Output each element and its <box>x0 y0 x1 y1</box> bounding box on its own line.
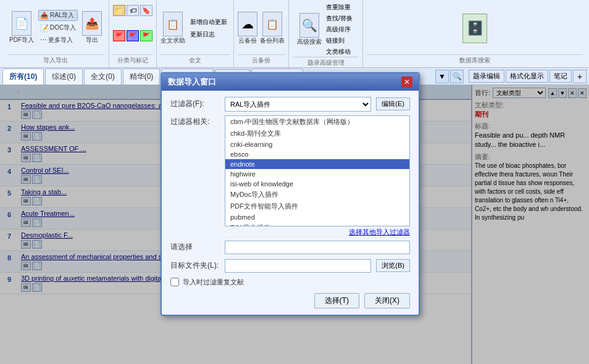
db-group-label: 数据库搜索 <box>367 54 583 65</box>
export-label: 导出 <box>86 36 98 44</box>
ral-import-button[interactable]: 📥 RAL导入 <box>38 10 78 21</box>
ral-import-label: RAL导入 <box>50 11 74 20</box>
doc-import-label: DOC导入 <box>50 23 76 32</box>
fulltext-group-label: 全文 <box>161 54 230 65</box>
dropdown-item-pubmed[interactable]: pubmed <box>225 212 409 222</box>
tab-refined[interactable]: 精华(0) <box>123 68 161 85</box>
please-select-label: 请选择 <box>170 242 220 252</box>
dedup-checkbox-label: 导入时过滤重复文献 <box>183 278 244 287</box>
more-import-label: 更多导入 <box>48 36 73 44</box>
dropdown-item-chkd[interactable]: chkd-期刊全文库 <box>225 128 409 139</box>
dialog-buttons-row: 选择(T) 关闭(X) <box>170 293 410 308</box>
filter-dropdown: cbm-中国生物医学文献数据库（网络版） chkd-期刊全文库 cnki-ele… <box>225 115 410 226</box>
find-replace-button[interactable]: 查找/替换 <box>324 14 354 23</box>
toolbar-group-db: 🗄️ 数据库搜索 <box>363 0 587 67</box>
fulltext-assist-label: 全文求助 <box>161 36 185 45</box>
category-group-label: 分类与标记 <box>113 54 152 65</box>
flag-red[interactable]: 🚩 <box>113 30 125 41</box>
dropdown-item-cbm[interactable]: cbm-中国生物医学文献数据库（网络版） <box>225 116 409 128</box>
filter-related-row: 过滤器相关: cbm-中国生物医学文献数据库（网络版） chkd-期刊全文库 c… <box>170 115 410 226</box>
checkbox-row: 导入时过滤重复文献 <box>170 278 410 287</box>
add-tab-btn[interactable]: + <box>573 70 587 83</box>
fulltext-assist-button[interactable]: 📋 全文求助 <box>161 12 185 45</box>
filter-row: 过滤器(F): RAL导入插件 编辑(E) <box>170 97 410 112</box>
category-icon-2[interactable]: 🏷 <box>127 5 139 16</box>
dialog-close-button[interactable]: ✕ <box>401 77 412 88</box>
import-export-group-label: 导入导出 <box>7 54 104 65</box>
select-other-link[interactable]: 选择其他导入过滤器 <box>349 228 410 236</box>
filter-icon[interactable]: ▼ <box>435 70 449 83</box>
backup-list-button[interactable]: 📋 备份列表 <box>260 12 285 45</box>
dialog-body: 过滤器(F): RAL导入插件 编辑(E) 过滤器相关: cbm-中国生物医学文… <box>162 91 419 315</box>
advanced-group-label: 题录高级管理 <box>293 57 359 67</box>
advanced-sort-button[interactable]: 高级排序 <box>324 25 354 35</box>
dropdown-item-cnki[interactable]: cnki-elearning <box>225 139 409 149</box>
dropdown-item-ebsco[interactable]: ebsco <box>225 149 409 159</box>
flag-blue[interactable]: 🚩 <box>127 30 139 41</box>
choose-button[interactable]: 选择(T) <box>314 293 359 308</box>
dropdown-item-endnote[interactable]: endnote <box>225 159 409 169</box>
filter-label: 过滤器(F): <box>170 99 220 109</box>
record-edit-btn[interactable]: 题录编辑 <box>469 70 504 83</box>
pdf-import-label: PDF导入 <box>9 36 34 44</box>
import-dialog: 数据导入窗口 ✕ 过滤器(F): RAL导入插件 编辑(E) 过滤器相关: <box>161 72 420 316</box>
toolbar-group-advanced: 🔍 高级搜索 查重除重 查找/替换 高级排序 链接到 文类移动 题录高级管理 <box>289 0 363 67</box>
category-icon-1[interactable]: 📁 <box>113 5 125 16</box>
dedup-checkbox[interactable] <box>170 278 179 286</box>
cloud-backup-button[interactable]: ☁ 云备份 <box>238 12 257 45</box>
toolbar-group-category: 📁 🏷 🔖 🚩 🚩 🚩 分类与标记 <box>109 0 157 67</box>
file-folder-row: 目标文件夹(L): 浏览(B) <box>170 259 410 273</box>
edit-button[interactable]: 编辑(E) <box>376 97 410 110</box>
tab-summary[interactable]: 综述(0) <box>45 68 83 85</box>
link-to-button[interactable]: 链接到 <box>324 36 354 46</box>
please-select-row: 请选择 <box>170 241 410 254</box>
update-log-label: 更新日志 <box>190 31 215 38</box>
file-input[interactable] <box>225 259 371 273</box>
toolbar-group-import: 📄 PDF导入 📥 RAL导入 📝 DOC导入 ⋯ 更多导入 📤 <box>2 0 109 67</box>
dialog-overlay: 数据导入窗口 ✕ 过滤器(F): RAL导入插件 编辑(E) 过滤器相关: <box>0 85 589 364</box>
filter-related-label: 过滤器相关: <box>170 115 220 127</box>
toolbar-group-fulltext: 📋 全文求助 新增自动更新 更新日志 全文 <box>157 0 234 67</box>
tab-fulltext[interactable]: 全文(0) <box>84 68 122 85</box>
backup-list-label: 备份列表 <box>260 36 285 45</box>
dropdown-item-highwire[interactable]: highwire <box>225 169 409 179</box>
update-log-button[interactable]: 更新日志 <box>188 29 230 40</box>
search-icon[interactable]: 🔍 <box>450 70 464 83</box>
cloud-backup-label: 云备份 <box>238 36 257 45</box>
file-move-button[interactable]: 文类移动 <box>324 47 354 57</box>
toolbar-group-cloud: ☁ 云备份 📋 备份列表 云备份 <box>234 0 289 67</box>
export-button[interactable]: 📤 导出 <box>80 9 104 46</box>
dropdown-item-pdf[interactable]: PDF文件智能导入插件 <box>225 201 409 212</box>
browse-button[interactable]: 浏览(B) <box>376 259 410 272</box>
flag-green[interactable]: 🚩 <box>140 30 152 41</box>
format-display-btn[interactable]: 格式化显示 <box>506 70 548 83</box>
advanced-search-label: 高级搜索 <box>297 38 322 46</box>
auto-update-button[interactable]: 新增自动更新 <box>188 17 230 28</box>
please-select-input[interactable] <box>225 241 410 254</box>
doc-import-button[interactable]: 📝 DOC导入 <box>38 22 78 33</box>
tab-all[interactable]: 所有(10) <box>2 68 44 85</box>
toolbar: 📄 PDF导入 📥 RAL导入 📝 DOC导入 ⋯ 更多导入 📤 <box>0 0 589 68</box>
pdf-import-button[interactable]: 📄 PDF导入 <box>7 9 36 46</box>
file-label: 目标文件夹(L): <box>170 260 220 271</box>
dropdown-item-ral[interactable]: RAL导入插件 <box>225 222 409 226</box>
more-import-button[interactable]: ⋯ 更多导入 <box>38 35 78 46</box>
filter-select[interactable]: RAL导入插件 <box>225 97 371 112</box>
close-button[interactable]: 关闭(X) <box>364 293 410 308</box>
select-other-row: 选择其他导入过滤器 <box>170 228 410 237</box>
dialog-title-bar: 数据导入窗口 ✕ <box>162 73 419 91</box>
dialog-title-text: 数据导入窗口 <box>168 77 216 88</box>
cloud-group-label: 云备份 <box>238 54 285 65</box>
dedup-button[interactable]: 查重除重 <box>324 2 354 12</box>
dropdown-item-isi[interactable]: isi-web of knowledge <box>225 179 409 189</box>
category-icon-3[interactable]: 🔖 <box>140 5 152 16</box>
db-search-button[interactable]: 🗄️ <box>462 14 487 43</box>
advanced-search-button[interactable]: 🔍 高级搜索 <box>297 13 322 46</box>
main-area: 标题 刊名 1 Feasible and pure B2O5-CaO nanog… <box>0 85 589 364</box>
dropdown-item-mydoc[interactable]: MyDoc导入插件 <box>225 189 409 201</box>
auto-update-label: 新增自动更新 <box>190 19 227 25</box>
notes-btn[interactable]: 笔记 <box>549 70 572 83</box>
